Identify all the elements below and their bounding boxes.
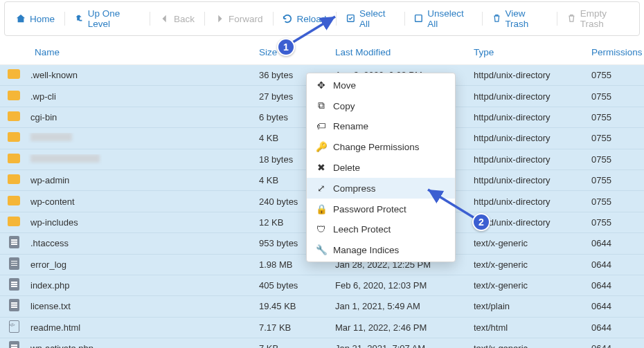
file-size: 19.45 KB: [256, 301, 332, 311]
file-icon: [0, 278, 28, 293]
file-size: 7.17 KB: [256, 322, 332, 333]
file-modified: Jan 1, 2021, 5:49 AM: [332, 301, 471, 311]
file-permissions: 0644: [589, 238, 644, 248]
ctx-compress[interactable]: ⤢ Compress: [307, 178, 455, 199]
file-type: httpd/unix-directory: [471, 154, 589, 165]
empty-trash-button[interactable]: Empty Trash: [560, 5, 635, 33]
file-type: httpd/unix-directory: [471, 175, 589, 185]
table-row[interactable]: readme.html7.17 KBMar 11, 2022, 2:46 PMt…: [0, 318, 644, 338]
table-header: Name Size Last Modified Type Permissions: [0, 42, 644, 65]
forward-label: Forward: [229, 14, 263, 24]
shield-icon: 🛡: [316, 224, 326, 235]
file-type: text/html: [471, 322, 589, 333]
check-square-icon: [346, 14, 355, 24]
file-type: httpd/unix-directory: [471, 91, 589, 102]
folder-icon: [0, 217, 28, 228]
arrow-right-icon: [215, 14, 224, 24]
file-type: text/x-generic: [471, 259, 589, 270]
back-button[interactable]: Back: [153, 10, 202, 28]
separator: [150, 12, 150, 26]
view-trash-button[interactable]: View Trash: [485, 5, 555, 33]
select-all-button[interactable]: Select All: [339, 5, 401, 33]
separator: [204, 12, 205, 26]
file-permissions: 0755: [589, 217, 644, 228]
ctx-rename[interactable]: 🏷 Rename: [307, 116, 455, 136]
x-icon: ✖: [316, 162, 326, 173]
move-icon: ✥: [316, 80, 326, 91]
file-modified: Mar 11, 2022, 2:46 PM: [332, 322, 471, 333]
separator: [404, 12, 405, 26]
forward-button[interactable]: Forward: [208, 10, 270, 28]
svg-rect-1: [415, 15, 422, 22]
ctx-manage-indices[interactable]: 🔧 Manage Indices: [307, 239, 455, 260]
ctx-change-permissions[interactable]: 🔑 Change Permissions: [307, 136, 455, 157]
file-permissions: 0644: [589, 343, 644, 348]
table-row[interactable]: license.txt19.45 KBJan 1, 2021, 5:49 AMt…: [0, 296, 644, 317]
col-permissions[interactable]: Permissions: [589, 47, 644, 57]
folder-icon: [0, 132, 28, 144]
up-one-level-button[interactable]: Up One Level: [68, 5, 147, 33]
trash-icon: [567, 14, 576, 24]
file-icon: [0, 257, 28, 272]
file-modified: Jan 21, 2021, 7:07 AM: [332, 343, 471, 348]
file-size: 405 bytes: [256, 280, 332, 291]
file-permissions: 0644: [589, 280, 644, 291]
file-name: [28, 154, 256, 165]
file-permissions: 0755: [589, 112, 644, 122]
ctx-password-protect[interactable]: 🔒 Password Protect: [307, 199, 455, 219]
home-icon: [16, 14, 26, 24]
file-modified: Feb 6, 2020, 12:03 PM: [332, 280, 471, 291]
ctx-delete[interactable]: ✖ Delete: [307, 157, 455, 178]
file-type: httpd/unix-directory: [471, 196, 589, 207]
file-name: index.php: [28, 280, 256, 291]
file-permissions: 0755: [589, 70, 644, 80]
separator: [336, 12, 337, 26]
compress-icon: ⤢: [316, 183, 326, 194]
col-modified[interactable]: Last Modified: [332, 47, 471, 57]
key-icon: 🔑: [316, 141, 326, 152]
file-type: httpd/unix-directory: [471, 70, 589, 80]
file-permissions: 0755: [589, 91, 644, 102]
callout-badge-1: 1: [277, 38, 295, 56]
lock-icon: 🔒: [316, 203, 326, 214]
col-type[interactable]: Type: [471, 47, 589, 57]
reload-label: Reload: [296, 14, 326, 24]
file-name: readme.html: [28, 322, 256, 333]
context-menu: ✥ Move ⧉ Copy 🏷 Rename 🔑 Change Permissi…: [306, 73, 456, 262]
file-type: text/x-generic: [471, 238, 589, 248]
file-name: cgi-bin: [28, 112, 256, 122]
file-name: .wp-cli: [28, 91, 256, 102]
ctx-copy[interactable]: ⧉ Copy: [307, 95, 455, 116]
folder-icon: [0, 111, 28, 123]
trash-icon: [492, 14, 501, 24]
toolbar: Home Up One Level Back Forward Reload Se…: [4, 1, 640, 36]
file-name: wp-includes: [28, 217, 256, 228]
file-type: text/x-generic: [471, 343, 589, 348]
file-name: [28, 133, 256, 143]
file-type: httpd/unix-directory: [471, 133, 589, 143]
file-name: .htaccess: [28, 238, 256, 248]
unselect-all-label: Unselect All: [427, 8, 472, 29]
folder-icon: [0, 69, 28, 81]
reload-button[interactable]: Reload: [276, 10, 333, 28]
file-permissions: 0644: [589, 301, 644, 311]
folder-icon: [0, 154, 28, 165]
arrow-left-icon: [160, 14, 170, 24]
separator: [64, 12, 65, 26]
home-button[interactable]: Home: [9, 10, 62, 28]
file-icon: [0, 299, 28, 313]
callout-badge-2: 2: [472, 213, 490, 231]
file-permissions: 0755: [589, 175, 644, 185]
unselect-all-button[interactable]: Unselect All: [407, 5, 478, 33]
file-icon: [0, 236, 28, 250]
file-permissions: 0755: [589, 154, 644, 165]
ctx-leech-protect[interactable]: 🛡 Leech Protect: [307, 219, 455, 239]
file-name: error_log: [28, 259, 256, 270]
col-name[interactable]: Name: [28, 47, 256, 57]
file-name: wp-admin: [28, 175, 256, 185]
table-row[interactable]: index.php405 bytesFeb 6, 2020, 12:03 PMt…: [0, 275, 644, 296]
file-icon: [0, 341, 28, 348]
ctx-move[interactable]: ✥ Move: [307, 75, 455, 95]
table-row[interactable]: wp-activate.php7 KBJan 21, 2021, 7:07 AM…: [0, 338, 644, 348]
file-permissions: 0755: [589, 133, 644, 143]
